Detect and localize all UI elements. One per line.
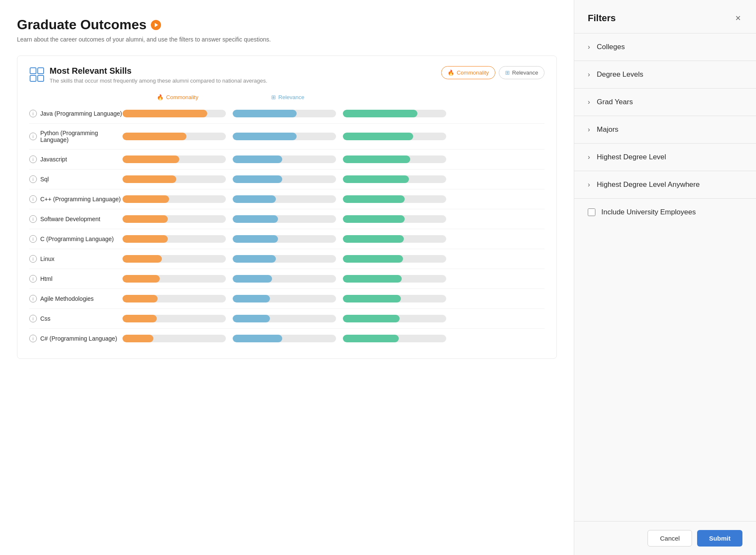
card-controls: 🔥 Commonality ⊞ Relevance xyxy=(441,66,545,79)
national-bar xyxy=(343,275,402,283)
skill-name: Agile Methodologies xyxy=(40,295,94,302)
play-icon[interactable] xyxy=(151,20,161,30)
commonality-bar xyxy=(122,295,158,302)
page-title: Graduate Outcomes xyxy=(17,17,147,33)
bars-area xyxy=(122,255,446,263)
info-icon[interactable]: i xyxy=(29,195,37,203)
national-bar xyxy=(343,110,417,117)
table-row: i C++ (Programming Language) xyxy=(29,189,545,209)
national-bar-container xyxy=(343,195,446,203)
commonality-bar xyxy=(122,275,160,283)
commonality-fire-icon: 🔥 xyxy=(157,94,164,100)
skill-name: Software Development xyxy=(40,216,100,222)
table-row: i Javascript xyxy=(29,150,545,169)
skill-name-area: i Javascript xyxy=(29,155,122,163)
bars-area xyxy=(122,110,446,117)
filter-item-degree-levels[interactable]: › Degree Levels xyxy=(574,61,756,89)
filter-item-majors[interactable]: › Majors xyxy=(574,116,756,144)
national-bar xyxy=(343,315,400,322)
card-description: The skills that occur most frequently am… xyxy=(50,78,267,84)
relevance-bar xyxy=(233,335,282,342)
commonality-bar xyxy=(122,155,179,163)
info-icon[interactable]: i xyxy=(29,315,37,322)
include-university-employees-item[interactable]: Include University Employees xyxy=(574,199,756,226)
skill-name-area: i C (Programming Language) xyxy=(29,235,122,243)
filter-item-grad-years[interactable]: › Grad Years xyxy=(574,89,756,116)
info-icon[interactable]: i xyxy=(29,133,37,140)
national-bar-container xyxy=(343,255,446,263)
commonality-bar xyxy=(122,255,162,263)
filter-item-colleges[interactable]: › Colleges xyxy=(574,33,756,61)
skills-card: Most Relevant Skills The skills that occ… xyxy=(17,56,557,359)
skill-name-area: i Agile Methodologies xyxy=(29,295,122,302)
info-icon[interactable]: i xyxy=(29,295,37,302)
national-bar xyxy=(343,175,409,183)
info-icon[interactable]: i xyxy=(29,235,37,243)
info-icon[interactable]: i xyxy=(29,155,37,163)
relevance-button[interactable]: ⊞ Relevance xyxy=(499,66,545,79)
info-icon[interactable]: i xyxy=(29,175,37,183)
bars-area xyxy=(122,195,446,203)
table-row: i Java (Programming Language) xyxy=(29,104,545,124)
commonality-bar-container xyxy=(122,195,226,203)
national-bar-container xyxy=(343,155,446,163)
cancel-button[interactable]: Cancel xyxy=(648,530,692,547)
info-icon[interactable]: i xyxy=(29,255,37,263)
include-university-employees-label: Include University Employees xyxy=(601,208,696,216)
relevance-bar-container xyxy=(233,133,336,140)
national-bar xyxy=(343,335,399,342)
info-icon[interactable]: i xyxy=(29,335,37,342)
national-bar-container xyxy=(343,133,446,140)
card-title: Most Relevant Skills xyxy=(50,66,267,76)
skill-name: Javascript xyxy=(40,156,67,163)
skill-name: C (Programming Language) xyxy=(40,236,114,242)
relevance-bar xyxy=(233,275,272,283)
svg-rect-0 xyxy=(30,68,36,74)
skill-name-area: i Python (Programming Language) xyxy=(29,130,122,143)
commonality-bar-container xyxy=(122,335,226,342)
skill-name-area: i Css xyxy=(29,315,122,322)
skill-name-area: i Linux xyxy=(29,255,122,263)
filter-item-highest-degree-level-anywhere[interactable]: › Highest Degree Level Anywhere xyxy=(574,171,756,199)
commonality-bar-container xyxy=(122,255,226,263)
commonality-col-header: 🔥 Commonality xyxy=(122,94,233,100)
chevron-right-icon: › xyxy=(588,71,590,78)
info-icon[interactable]: i xyxy=(29,215,37,223)
column-headers: 🔥 Commonality ⊞ Relevance xyxy=(29,94,545,100)
chevron-right-icon: › xyxy=(588,43,590,51)
table-row: i Css xyxy=(29,309,545,329)
national-bar-container xyxy=(343,215,446,223)
commonality-bar xyxy=(122,235,168,243)
skills-list: i Java (Programming Language) i Python (… xyxy=(29,104,545,348)
bars-area xyxy=(122,335,446,342)
relevance-bar xyxy=(233,133,297,140)
national-bar-container xyxy=(343,335,446,342)
skill-name: Html xyxy=(40,275,53,282)
fire-icon: 🔥 xyxy=(447,69,454,76)
filter-item-highest-degree-level[interactable]: › Highest Degree Level xyxy=(574,144,756,171)
info-icon[interactable]: i xyxy=(29,110,37,117)
commonality-bar-container xyxy=(122,235,226,243)
table-row: i C# (Programming Language) xyxy=(29,329,545,348)
skill-name-area: i Software Development xyxy=(29,215,122,223)
filter-item-label: Majors xyxy=(597,125,618,134)
relevance-bar-container xyxy=(233,235,336,243)
filter-close-button[interactable]: × xyxy=(734,12,742,25)
table-row: i Sql xyxy=(29,169,545,189)
skill-name-area: i Java (Programming Language) xyxy=(29,110,122,117)
info-icon[interactable]: i xyxy=(29,275,37,283)
grid-icon: ⊞ xyxy=(505,69,510,76)
filter-item-label: Grad Years xyxy=(597,98,633,106)
commonality-bar xyxy=(122,175,176,183)
include-university-employees-checkbox[interactable] xyxy=(588,208,595,216)
commonality-bar-container xyxy=(122,215,226,223)
commonality-button[interactable]: 🔥 Commonality xyxy=(441,66,495,79)
national-bar xyxy=(343,215,405,223)
national-bar xyxy=(343,235,404,243)
relevance-btn-label: Relevance xyxy=(512,69,538,76)
commonality-label: Commonality xyxy=(166,94,198,100)
commonality-bar xyxy=(122,133,186,140)
filter-item-label: Colleges xyxy=(597,43,625,51)
submit-button[interactable]: Submit xyxy=(697,530,742,547)
commonality-bar-container xyxy=(122,175,226,183)
